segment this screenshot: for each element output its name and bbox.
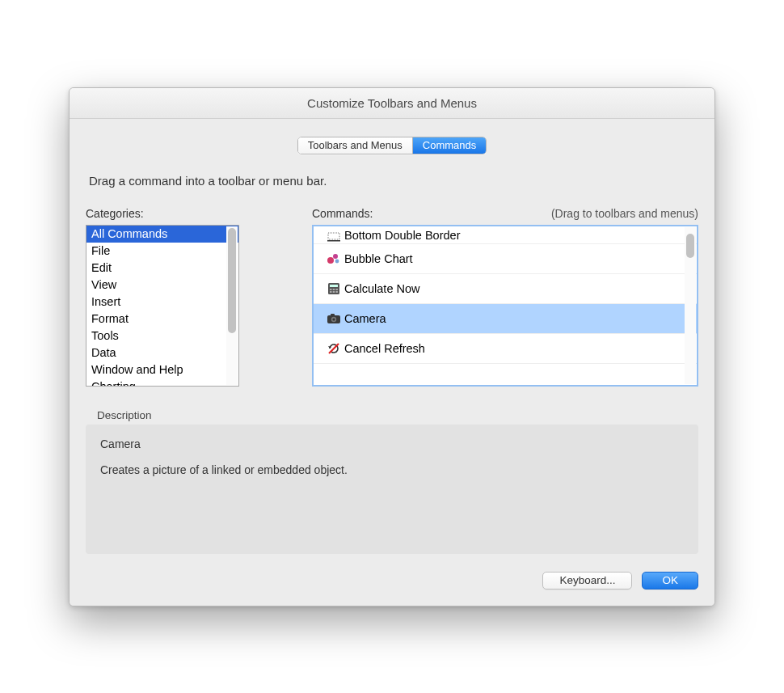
categories-label: Categories:	[86, 207, 144, 220]
tab-commands[interactable]: Commands	[413, 137, 486, 154]
svg-point-4	[333, 254, 338, 259]
scrollbar-thumb[interactable]	[228, 228, 236, 333]
categories-scrollbar[interactable]	[226, 226, 238, 385]
tab-toolbars-and-menus[interactable]: Toolbars and Menus	[298, 137, 413, 154]
category-item[interactable]: Window and Help	[86, 361, 238, 378]
category-item[interactable]: Edit	[86, 260, 238, 277]
customize-dialog: Customize Toolbars and Menus Toolbars an…	[69, 87, 715, 606]
description-box: Camera Creates a picture of a linked or …	[86, 425, 698, 554]
segmented-control-wrap: Toolbars and Menus Commands	[86, 137, 698, 154]
columns: Categories: All Commands File Edit View …	[86, 207, 698, 387]
categories-column: Categories: All Commands File Edit View …	[86, 207, 239, 387]
svg-rect-15	[331, 314, 335, 316]
commands-column: Commands: (Drag to toolbars and menus) B…	[312, 207, 698, 387]
svg-rect-12	[333, 291, 335, 293]
categories-listbox[interactable]: All Commands File Edit View Insert Forma…	[86, 225, 239, 387]
categories-list-inner: All Commands File Edit View Insert Forma…	[86, 226, 238, 386]
command-item[interactable]: Bubble Chart	[314, 244, 697, 274]
cancel-refresh-icon	[323, 342, 344, 355]
ok-button[interactable]: OK	[642, 572, 698, 589]
command-label: Camera	[344, 312, 386, 325]
camera-icon	[323, 313, 344, 324]
category-item[interactable]: Charting	[86, 378, 238, 386]
commands-label: Commands:	[312, 207, 373, 220]
commands-listbox[interactable]: Bottom Double Border Bubble Chart	[312, 225, 698, 387]
command-label: Cancel Refresh	[344, 342, 425, 355]
category-item[interactable]: All Commands	[86, 226, 238, 243]
commands-drag-hint: (Drag to toolbars and menus)	[551, 207, 698, 220]
svg-point-17	[332, 318, 335, 320]
svg-rect-9	[333, 289, 335, 290]
svg-rect-13	[335, 291, 338, 293]
categories-header: Categories:	[86, 207, 239, 220]
svg-rect-10	[335, 289, 338, 290]
svg-point-5	[335, 259, 339, 263]
window-titlebar: Customize Toolbars and Menus	[70, 88, 714, 119]
segmented-control: Toolbars and Menus Commands	[297, 137, 487, 154]
category-item[interactable]: Format	[86, 311, 238, 327]
category-item[interactable]: Tools	[86, 327, 238, 344]
window-title: Customize Toolbars and Menus	[307, 96, 477, 110]
command-item[interactable]: Bottom Double Border	[314, 226, 697, 244]
command-label: Bottom Double Border	[344, 229, 460, 242]
command-label: Bubble Chart	[344, 252, 413, 265]
commands-scrollbar[interactable]	[685, 227, 696, 384]
dialog-content: Toolbars and Menus Commands Drag a comma…	[70, 119, 714, 606]
command-label: Calculate Now	[344, 282, 420, 295]
commands-header: Commands: (Drag to toolbars and menus)	[312, 207, 698, 220]
command-item[interactable]: Camera	[314, 304, 697, 334]
category-item[interactable]: File	[86, 243, 238, 260]
keyboard-button[interactable]: Keyboard...	[542, 572, 632, 589]
description-label: Description	[97, 409, 698, 421]
svg-rect-8	[330, 289, 332, 290]
border-icon	[323, 232, 344, 242]
category-item[interactable]: Data	[86, 344, 238, 361]
description-body: Creates a picture of a linked or embedde…	[100, 463, 684, 476]
svg-rect-0	[328, 233, 339, 239]
scrollbar-thumb[interactable]	[686, 234, 694, 258]
svg-point-3	[327, 257, 334, 264]
svg-rect-11	[330, 291, 332, 293]
command-item[interactable]: Calculate Now	[314, 274, 697, 304]
bubble-chart-icon	[323, 252, 344, 265]
svg-rect-7	[330, 285, 338, 287]
commands-list-inner: Bottom Double Border Bubble Chart	[314, 226, 697, 385]
command-item[interactable]: Cancel Refresh	[314, 334, 697, 364]
category-item[interactable]: Insert	[86, 294, 238, 311]
calculator-icon	[323, 282, 344, 295]
description-title: Camera	[100, 437, 684, 450]
instruction-text: Drag a command into a toolbar or menu ba…	[89, 174, 698, 188]
button-row: Keyboard... OK	[86, 572, 698, 589]
category-item[interactable]: View	[86, 277, 238, 294]
description-section: Description Camera Creates a picture of …	[86, 409, 698, 554]
